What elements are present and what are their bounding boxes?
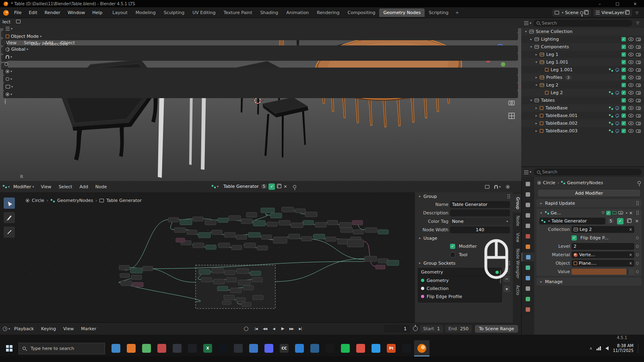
annotate-tool[interactable] [3,212,15,224]
menu-keying[interactable]: Keying [37,326,60,331]
play-reverse-button[interactable]: ◀ [270,325,278,333]
fake-user-toggle[interactable]: ✓ [617,218,623,224]
selectable-checkbox[interactable]: ✓ [621,68,626,72]
clear-button[interactable]: × [629,261,632,265]
graph-node[interactable] [226,278,237,282]
wireframe-shading-icon[interactable] [5,99,6,105]
workspace-tab-sculpting[interactable]: Sculpting [160,8,188,17]
graph-node[interactable] [301,237,312,241]
render-visibility-toggle[interactable] [636,114,641,117]
decorator-dot[interactable] [636,270,639,273]
taskbar-app-calculator[interactable] [307,340,322,356]
graph-node[interactable] [230,288,242,293]
minimize-button[interactable]: – [591,0,609,7]
tree-browse-dropdown[interactable]: ▾ [209,183,221,190]
hide-eye-toggle[interactable] [628,99,634,102]
graph-node[interactable] [252,278,262,282]
modifier-name[interactable]: Ge... [551,210,561,216]
graph-node[interactable] [187,230,197,234]
graph-node[interactable] [142,266,153,271]
taskbar-app-app-dark[interactable] [231,340,246,356]
frame-end-field[interactable]: End250 [445,325,472,333]
outliner-row-tablebase[interactable]: ▸TableBase✓ [521,104,644,112]
hide-eye-toggle[interactable] [628,83,634,87]
graph-node[interactable] [231,245,242,250]
graph-node[interactable] [242,302,251,306]
properties-tab-particles[interactable] [521,263,534,272]
gizmos-dropdown[interactable]: ▾ [3,83,518,90]
chevron-down-icon[interactable]: ▾ [417,237,422,240]
checkbox-modifier[interactable]: ✓ [450,244,455,249]
prev-keyframe-button[interactable]: ◀◀ [261,325,269,333]
selectable-checkbox[interactable]: ✓ [621,113,626,118]
outliner-search-input[interactable]: Search [533,20,632,27]
selectable-checkbox[interactable]: ✓ [621,106,626,110]
render-visibility-toggle[interactable] [636,107,641,110]
graph-node[interactable] [314,234,325,239]
value-field[interactable]: Plane....× [572,260,634,267]
menu-view[interactable]: View [60,326,77,331]
graph-node[interactable] [250,271,261,276]
node-overlays-icon[interactable] [504,183,511,190]
node-tree-name[interactable]: Table Generator [223,184,259,189]
unlink-node-group-button[interactable]: × [635,218,639,224]
graph-node[interactable] [206,245,216,249]
pivot-dropdown[interactable]: ▾ [3,68,518,75]
path-object[interactable]: Circle [32,198,44,203]
play-button[interactable]: ▶ [279,325,287,332]
graph-node[interactable] [180,220,192,225]
viewlayer-selector[interactable]: ViewLayer [593,9,632,16]
hide-eye-toggle[interactable] [628,106,634,110]
chevron-right-icon[interactable]: ▸ [539,280,543,284]
name-field[interactable]: Table Generator [450,201,510,208]
graph-node[interactable] [224,232,235,237]
group-panel-header[interactable]: ▾ Group [415,192,513,200]
selectable-checkbox[interactable]: ✓ [621,60,626,64]
taskbar-app-blender[interactable] [414,340,429,356]
clear-button[interactable]: × [629,253,632,257]
add-modifier-button[interactable]: Add Modifier [537,189,641,197]
outliner-filter-icon[interactable]: ▽ [634,20,641,27]
menu-render[interactable]: Render [41,10,64,15]
fake-user-toggle[interactable]: ✓ [268,183,275,190]
properties-tab-modifiers[interactable] [521,253,534,261]
chevron-down-icon[interactable]: ▾ [417,195,422,198]
outliner-row-leg-2[interactable]: ▾Leg 2✓ [521,81,644,89]
checkbox-tool[interactable] [450,252,455,257]
hide-eye-toggle[interactable] [628,114,634,117]
graph-node[interactable] [241,219,252,224]
graph-node[interactable] [218,218,228,222]
outliner-row-tablebase-002[interactable]: ▸TableBase.002✓ [521,119,644,127]
graph-node[interactable] [120,274,130,278]
graph-node[interactable] [365,256,377,261]
pin-icon[interactable] [638,181,641,184]
workspace-tab-compositing[interactable]: Compositing [344,8,380,17]
graph-node[interactable] [212,230,222,234]
menu-window[interactable]: Window [64,10,89,15]
jump-end-button[interactable]: ▶| [296,325,304,333]
properties-tab-physics[interactable] [521,274,534,282]
blender-menu-icon[interactable] [3,10,9,16]
expand-toggle[interactable]: ▾ [524,30,528,33]
node-width-field[interactable]: 140 [450,226,510,233]
taskbar-app-edge[interactable] [292,340,307,356]
taskbar-app-creative-cloud[interactable]: CC [277,340,292,356]
graph-node[interactable] [282,207,294,212]
mode-dropdown[interactable]: Object Mode▾ [3,33,518,40]
decorator-dot[interactable] [636,245,639,248]
maximize-button[interactable]: □ [609,0,626,7]
hide-eye-toggle[interactable] [628,76,634,79]
hide-eye-toggle[interactable] [628,45,634,49]
graph-node[interactable] [267,222,277,226]
menu-playback[interactable]: Playback [10,326,37,331]
expand-toggle[interactable]: ▸ [534,121,539,125]
outliner-editor-type-icon[interactable]: ▾ [524,20,531,27]
editor-corner-icon[interactable] [15,18,22,25]
outliner-row-profiles[interactable]: ▸Profiles3✓ [521,74,644,81]
frame-start-field[interactable]: Start1 [420,325,443,333]
taskbar-app-obs[interactable] [215,340,231,356]
expand-toggle[interactable]: ▾ [534,83,539,87]
outliner-row-tables[interactable]: ▾Tables✓ [521,97,644,104]
outliner-row-scene-collection[interactable]: ▾Scene Collection [521,28,644,35]
modifier-panel-header[interactable]: ▾ Ge... ▽ ✓ ▾ × [537,209,642,217]
